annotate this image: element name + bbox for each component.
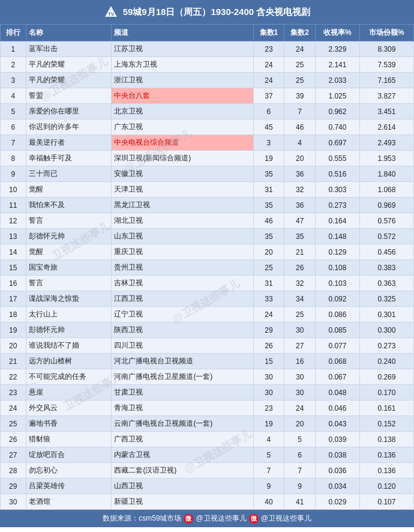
cell-ep2: 39 <box>284 88 316 104</box>
table-row: 17谍战深海之惊蛰江西卫视33340.0920.325 <box>1 291 414 307</box>
table-row: 15国宝奇旅贵州卫视25260.1080.383 <box>1 260 414 276</box>
cell-ep1: 33 <box>253 291 284 307</box>
cell-rank: 29 <box>1 479 26 494</box>
footer-weibo2: @卫视这些事儿 <box>261 513 311 524</box>
cell-ep2: 6 <box>284 447 316 463</box>
cell-channel: 贵州卫视 <box>112 260 253 276</box>
cell-rating: 0.086 <box>316 307 360 322</box>
cell-ep1: 24 <box>253 57 284 73</box>
cell-rank: 22 <box>1 369 26 385</box>
cell-ep1: 31 <box>253 182 284 198</box>
cell-ep1: 30 <box>253 385 284 401</box>
cell-channel: 河南广播电视台卫星频道(一套) <box>112 369 253 385</box>
cell-rank: 9 <box>1 166 26 182</box>
cell-share: 0.969 <box>359 198 413 213</box>
cell-rating: 0.046 <box>316 401 360 416</box>
cell-rank: 18 <box>1 307 26 322</box>
cell-rating: 0.103 <box>316 276 360 291</box>
cell-channel: 辽宁卫视 <box>112 307 253 322</box>
cell-rank: 4 <box>1 88 26 104</box>
cell-rank: 3 <box>1 73 26 88</box>
cell-rating: 0.067 <box>316 369 360 385</box>
table-row: 9三十而已安徽卫视35360.5161.840 <box>1 166 414 182</box>
table-row: 23悬崖甘肃卫视30300.0480.170 <box>1 385 414 401</box>
cell-share: 3.827 <box>359 88 413 104</box>
cell-ep2: 30 <box>284 385 316 401</box>
cell-rating: 2.033 <box>316 73 360 88</box>
cell-name: 国宝奇旅 <box>26 260 112 276</box>
col-rating: 收视率% <box>316 25 360 41</box>
cell-name: 觉醒 <box>26 182 112 198</box>
cell-channel: 湖北卫视 <box>112 213 253 229</box>
cell-share: 0.273 <box>359 338 413 354</box>
cell-ep2: 25 <box>284 307 316 322</box>
table-row: 6你迟到的许多年广东卫视45460.7402.614 <box>1 119 414 135</box>
table-row: 12誓言湖北卫视46470.1640.576 <box>1 213 414 229</box>
cell-ep1: 30 <box>253 369 284 385</box>
cell-ep1: 6 <box>253 104 284 119</box>
cell-name: 太行山上 <box>26 307 112 322</box>
cell-rating: 0.273 <box>316 198 360 213</box>
cell-ep1: 31 <box>253 276 284 291</box>
table-row: 20谁说我结不了婚四川卫视26270.0770.273 <box>1 338 414 354</box>
cell-ep2: 27 <box>284 338 316 354</box>
cell-share: 0.107 <box>359 494 413 510</box>
cell-ep1: 15 <box>253 354 284 369</box>
cell-ep2: 4 <box>284 135 316 151</box>
cell-name: 远方的山楂树 <box>26 354 112 369</box>
cell-channel: 中央电视台综合频道 <box>112 135 253 151</box>
weibo-icon-2: 微 <box>249 514 259 524</box>
cell-rating: 0.740 <box>316 119 360 135</box>
cell-name: 最美逆行者 <box>26 135 112 151</box>
cell-ep1: 35 <box>253 198 284 213</box>
cell-ep2: 26 <box>284 260 316 276</box>
cell-share: 0.363 <box>359 276 413 291</box>
cell-rank: 13 <box>1 229 26 244</box>
cell-share: 0.300 <box>359 322 413 338</box>
cell-channel: 山西卫视 <box>112 479 253 494</box>
footer-weibo1: @卫视这些事儿 <box>196 513 246 524</box>
data-table: 排行 名称 频道 集数1 集数2 收视率% 市场份额% 1蓝军出击江苏卫视232… <box>0 24 414 510</box>
cell-rank: 19 <box>1 322 26 338</box>
cell-channel: 西藏二套(汉语卫视) <box>112 463 253 479</box>
cell-ep1: 40 <box>253 494 284 510</box>
cell-channel: 北京卫视 <box>112 104 253 119</box>
cell-ep1: 35 <box>253 166 284 182</box>
cell-rating: 0.038 <box>316 447 360 463</box>
cell-ep1: 5 <box>253 447 284 463</box>
table-row: 29吕梁英雄传山西卫视990.0340.120 <box>1 479 414 494</box>
cell-channel: 上海东方卫视 <box>112 57 253 73</box>
cell-channel: 深圳卫视(新闻综合频道) <box>112 151 253 166</box>
cell-ep2: 32 <box>284 182 316 198</box>
table-row: 8幸福触手可及深圳卫视(新闻综合频道)19200.5551.953 <box>1 151 414 166</box>
cell-share: 7.165 <box>359 73 413 88</box>
cell-rating: 0.092 <box>316 291 360 307</box>
cell-channel: 天津卫视 <box>112 182 253 198</box>
cell-rating: 0.108 <box>316 260 360 276</box>
cell-ep1: 24 <box>253 73 284 88</box>
header-bar: TV 59城9月18日（周五）1930-2400 含央视电视剧 <box>0 0 414 24</box>
col-channel: 频道 <box>112 25 253 41</box>
cell-ep1: 19 <box>253 151 284 166</box>
cell-ep2: 41 <box>284 494 316 510</box>
cell-rank: 25 <box>1 416 26 432</box>
cell-ep2: 36 <box>284 166 316 182</box>
cell-rating: 2.329 <box>316 41 360 57</box>
cell-rank: 10 <box>1 182 26 198</box>
table-row: 22不可能完成的任务河南广播电视台卫星频道(一套)30300.0670.269 <box>1 369 414 385</box>
cell-rating: 0.148 <box>316 229 360 244</box>
table-row: 27绽放吧百合内蒙古卫视560.0380.136 <box>1 447 414 463</box>
table-row: 18太行山上辽宁卫视24250.0860.301 <box>1 307 414 322</box>
cell-ep1: 19 <box>253 416 284 432</box>
cell-name: 遍地书香 <box>26 416 112 432</box>
cell-rank: 2 <box>1 57 26 73</box>
weibo-icon-1: 微 <box>184 514 193 524</box>
cell-rating: 0.034 <box>316 479 360 494</box>
cell-share: 0.136 <box>359 463 413 479</box>
cell-channel: 江西卫视 <box>112 291 253 307</box>
cell-rating: 2.141 <box>316 57 360 73</box>
cell-ep1: 20 <box>253 244 284 260</box>
col-ep1: 集数1 <box>253 25 284 41</box>
cell-channel: 陕西卫视 <box>112 322 253 338</box>
cell-rank: 17 <box>1 291 26 307</box>
